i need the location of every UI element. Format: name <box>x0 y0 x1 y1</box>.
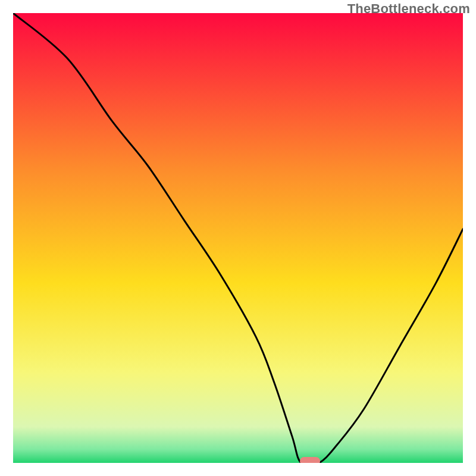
chart-svg <box>13 13 463 463</box>
gradient-background <box>13 13 463 463</box>
plot-area <box>13 13 463 463</box>
optimal-marker <box>300 457 320 463</box>
chart-stage: TheBottleneck.com <box>0 0 476 476</box>
